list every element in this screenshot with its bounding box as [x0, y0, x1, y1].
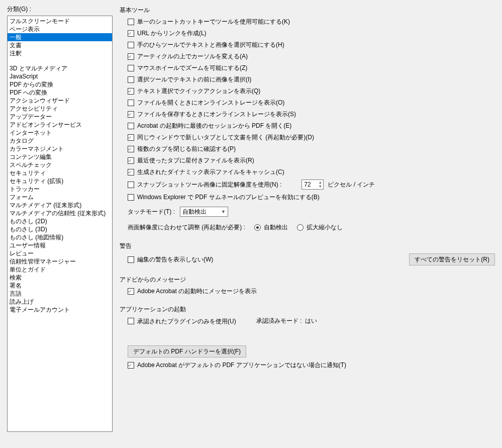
checkbox-label: テキスト選択でクイックアクションを表示(Q)	[137, 87, 260, 95]
category-item[interactable]: 単位とガイド	[8, 265, 112, 274]
category-item[interactable]: カラーマネジメント	[8, 145, 112, 153]
category-item[interactable]: ものさし (2D)	[8, 217, 112, 225]
category-item[interactable]: フルスクリーンモード	[8, 17, 112, 25]
category-item[interactable]: ユーザー情報	[8, 241, 112, 249]
radio-label: 自動検出	[264, 223, 288, 232]
checkbox-label: スナップショットツール画像に固定解像度を使用(N) :	[137, 181, 281, 189]
approved-plugins-checkbox[interactable]: 承認されたプラグインのみを使用(U)	[128, 317, 236, 325]
spin-up-icon[interactable]: ▲	[318, 181, 323, 185]
checkbox-label: 承認されたプラグインのみを使用(U)	[137, 317, 236, 325]
category-item[interactable]: 注釈	[8, 49, 112, 57]
category-item[interactable]: 一般	[8, 33, 112, 41]
basic-checkbox[interactable]: URL からリンクを作成(L)	[128, 29, 495, 37]
group-title-adobe-msg: アドビからのメッセージ	[120, 276, 495, 284]
category-item[interactable]: 検索	[8, 274, 112, 282]
category-item[interactable]: スペルチェック	[8, 161, 112, 169]
basic-checkbox[interactable]: Acrobat の起動時に最後のセッションから PDF を開く(E)	[128, 122, 495, 130]
hide-edit-warning-checkbox[interactable]: 編集の警告を表示しない(W)	[128, 255, 213, 263]
checkbox-label: Acrobat の起動時に最後のセッションから PDF を開く(E)	[137, 122, 291, 130]
group-title-warnings: 警告	[120, 242, 495, 250]
checkbox-label: 同じウィンドウで新しいタブとして文書を開く (再起動が必要)(D)	[137, 133, 314, 141]
category-item[interactable]: アクションウィザード	[8, 97, 112, 105]
basic-checkbox[interactable]: 選択ツールでテキストの前に画像を選択(I)	[128, 75, 495, 83]
resolution-adjust-label: 画面解像度に合わせて調整 (再起動が必要) :	[128, 223, 245, 232]
basic-checkbox[interactable]: ファイルを保存するときにオンラインストレージを表示(S)	[128, 110, 495, 118]
basic-checkbox[interactable]: 最近使ったタブに星付きファイルを表示(R)	[128, 156, 495, 164]
category-item[interactable]: マルチメディア (従来形式)	[8, 201, 112, 209]
notify-default-pdf-checkbox[interactable]: Adobe Acrobat がデフォルトの PDF アプリケーションではない場合…	[128, 361, 495, 369]
checkbox-label: Adobe Acrobat の起動時にメッセージを表示	[137, 287, 257, 295]
category-item[interactable]: レビュー	[8, 249, 112, 257]
category-item[interactable]: 言語	[8, 290, 112, 298]
snapshot-resolution-input[interactable]: 72▲▼	[302, 180, 324, 190]
checkbox-label: URL からリンクを作成(L)	[137, 29, 207, 37]
category-item[interactable]: 3D とマルチメディア	[8, 64, 112, 72]
checkbox-label: 最近使ったタブに星付きファイルを表示(R)	[137, 156, 254, 164]
spin-down-icon[interactable]: ▼	[318, 185, 323, 189]
basic-checkbox[interactable]: テキスト選択でクイックアクションを表示(Q)	[128, 87, 495, 95]
category-item[interactable]: アクセシビリティ	[8, 105, 112, 113]
category-item[interactable]: コンテンツ編集	[8, 153, 112, 161]
show-startup-message-checkbox[interactable]: Adobe Acrobat の起動時にメッセージを表示	[128, 287, 495, 295]
checkbox-label: ファイルを開くときにオンラインストレージを表示(O)	[137, 99, 284, 107]
explorer-thumbnail-checkbox[interactable]: Windows Explorer で PDF サムネールのプレビューを有効にする…	[128, 193, 495, 201]
touch-mode-label: タッチモード(T) :	[128, 208, 175, 216]
basic-checkbox[interactable]: 複数のタブを閉じる前に確認する(P)	[128, 145, 495, 153]
category-item[interactable]: ものさし (地図情報)	[8, 233, 112, 241]
unit-label: ピクセル / インチ	[328, 181, 375, 189]
category-item[interactable]: アップデーター	[8, 113, 112, 121]
category-item[interactable]: トラッカー	[8, 185, 112, 193]
basic-checkbox[interactable]: マウスホイールでズームを可能にする(Z)	[128, 64, 495, 72]
basic-checkbox[interactable]: 同じウィンドウで新しいタブとして文書を開く (再起動が必要)(D)	[128, 133, 495, 141]
basic-checkbox[interactable]: 生成されたダイナミック表示ファイルをキャッシュ(C)	[128, 168, 495, 176]
category-item[interactable]: セキュリティ (拡張)	[8, 177, 112, 185]
category-item[interactable]: 電子メールアカウント	[8, 306, 112, 314]
resolution-radio[interactable]: 拡大縮小なし	[297, 223, 343, 232]
radio-label: 拡大縮小なし	[307, 223, 343, 232]
category-item[interactable]: セキュリティ	[8, 169, 112, 177]
checkbox-label: Adobe Acrobat がデフォルトの PDF アプリケーションではない場合…	[137, 361, 346, 369]
checkbox-label: ファイルを保存するときにオンラインストレージを表示(S)	[137, 110, 296, 118]
category-item[interactable]: PDF への変換	[8, 88, 112, 97]
category-item[interactable]: 文書	[8, 41, 112, 49]
category-item[interactable]: ものさし (3D)	[8, 225, 112, 233]
checkbox-label: 編集の警告を表示しない(W)	[137, 255, 213, 263]
category-item[interactable]: JavaScript	[8, 72, 112, 80]
group-title-basic: 基本ツール	[120, 6, 495, 15]
checkbox-label: アーティクルの上でカーソルを変える(A)	[137, 52, 248, 60]
category-item[interactable]: フォーム	[8, 193, 112, 201]
category-item[interactable]: 読み上げ	[8, 298, 112, 306]
category-item[interactable]: マルチメディアの信頼性 (従来形式)	[8, 209, 112, 217]
category-item[interactable]: 信頼性管理マネージャー	[8, 257, 112, 265]
checkbox-label: マウスホイールでズームを可能にする(Z)	[137, 64, 247, 72]
category-label: 分類(G) :	[7, 5, 113, 14]
group-warnings: 警告 編集の警告を表示しない(W) すべての警告をリセット(R)	[120, 242, 495, 265]
checkbox-label: 単一のショートカットキーでツールを使用可能にする(K)	[137, 18, 290, 26]
category-item[interactable]: ページ表示	[8, 25, 112, 33]
basic-checkbox[interactable]: 単一のショートカットキーでツールを使用可能にする(K)	[128, 18, 495, 26]
category-item[interactable]: PDF からの変換	[8, 80, 112, 88]
group-basic-tools: 基本ツール 単一のショートカットキーでツールを使用可能にする(K)URL からリ…	[120, 6, 495, 232]
checkbox-label: 生成されたダイナミック表示ファイルをキャッシュ(C)	[137, 168, 284, 176]
default-pdf-handler-button[interactable]: デフォルトの PDF ハンドラーを選択(F)	[128, 345, 246, 357]
basic-checkbox[interactable]: 手のひらツールでテキストと画像を選択可能にする(H)	[128, 41, 495, 49]
basic-checkbox[interactable]: ファイルを開くときにオンラインストレージを表示(O)	[128, 99, 495, 107]
touch-mode-select[interactable]: 自動検出▼	[180, 207, 228, 217]
category-listbox[interactable]: フルスクリーンモードページ表示一般文書注釈3D とマルチメディアJavaScri…	[7, 16, 113, 432]
category-item[interactable]: カタログ	[8, 137, 112, 145]
group-title-startup: アプリケーションの起動	[120, 305, 495, 314]
checkbox-label: Windows Explorer で PDF サムネールのプレビューを有効にする…	[137, 193, 320, 201]
basic-checkbox[interactable]: アーティクルの上でカーソルを変える(A)	[128, 52, 495, 60]
group-app-startup: アプリケーションの起動 承認されたプラグインのみを使用(U) 承認済みモード :…	[120, 305, 495, 369]
resolution-radio[interactable]: 自動検出	[254, 223, 288, 232]
snapshot-resolution-checkbox[interactable]: スナップショットツール画像に固定解像度を使用(N) :	[128, 181, 281, 189]
checkbox-label: 複数のタブを閉じる前に確認する(P)	[137, 145, 236, 153]
category-item[interactable]: インターネット	[8, 129, 112, 137]
reset-warnings-button[interactable]: すべての警告をリセット(R)	[409, 253, 495, 265]
approved-mode-label: 承認済みモード : はい	[256, 317, 317, 325]
group-adobe-messages: アドビからのメッセージ Adobe Acrobat の起動時にメッセージを表示	[120, 276, 495, 295]
chevron-down-icon: ▼	[221, 209, 226, 214]
category-item[interactable]: 署名	[8, 282, 112, 290]
checkbox-label: 手のひらツールでテキストと画像を選択可能にする(H)	[137, 41, 284, 49]
category-item[interactable]: アドビオンラインサービス	[8, 121, 112, 129]
